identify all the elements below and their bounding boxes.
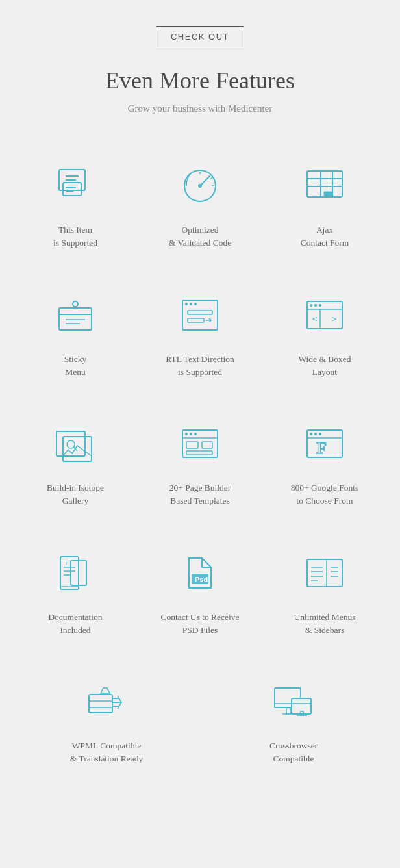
svg-rect-17 — [59, 308, 92, 330]
features-row-4: i DocumentationIncluded Psd Contact Us t… — [13, 528, 387, 650]
crossbrowser-label: CrossbrowserCompatible — [269, 739, 318, 766]
optimized-label: Optimized& Validated Code — [169, 223, 231, 250]
svg-text:i: i — [66, 559, 68, 566]
svg-text:>: > — [332, 314, 336, 324]
svg-text:Psd: Psd — [195, 576, 208, 583]
menus-label: Unlimited Menus& Sidebars — [294, 611, 356, 637]
sticky-icon — [49, 289, 101, 341]
docs-icon: i — [49, 547, 101, 599]
svg-point-32 — [314, 304, 317, 307]
wpml-icon — [81, 676, 132, 728]
feature-supported: This Itemis Supported — [13, 140, 138, 263]
docs-label: DocumentationIncluded — [48, 611, 102, 637]
feature-crossbrowser: CrossbrowserCompatible — [200, 656, 387, 779]
svg-point-24 — [185, 303, 188, 305]
svg-point-45 — [194, 433, 197, 435]
wpml-label: WPML Compatible& Translation Ready — [70, 739, 144, 766]
feature-optimized: Optimized& Validated Code — [138, 140, 262, 263]
svg-rect-56 — [60, 557, 79, 589]
svg-rect-16 — [324, 192, 332, 196]
ajax-form-label: AjaxContact Form — [301, 223, 349, 250]
svg-text:<: < — [312, 314, 317, 324]
layout-icon: < > — [299, 289, 351, 341]
layout-label: Wide & BoxedLayout — [298, 353, 351, 379]
svg-rect-47 — [186, 442, 198, 448]
supported-label: This Itemis Supported — [53, 223, 97, 250]
fonts-icon: F — [299, 418, 351, 470]
support-icon — [49, 160, 101, 212]
features-row-2: StickyMenu RTL Text Directionis Supporte… — [13, 270, 387, 392]
page-builder-label: 20+ Page BuilderBased Templates — [169, 481, 231, 508]
rtl-label: RTL Text Directionis Supported — [166, 353, 234, 379]
svg-point-51 — [310, 433, 312, 435]
features-row-1: This Itemis Supported Optimized& Validat… — [13, 140, 387, 263]
features-row-5: WPML Compatible& Translation Ready Cross… — [13, 656, 387, 779]
svg-rect-74 — [89, 695, 112, 713]
svg-rect-39 — [63, 437, 92, 461]
gallery-icon — [49, 418, 101, 470]
sticky-menu-label: StickyMenu — [64, 353, 87, 379]
feature-psd: Psd Contact Us to ReceivePSD Files — [138, 528, 262, 650]
feature-rtl: RTL Text Directionis Supported — [138, 270, 262, 392]
svg-point-21 — [73, 301, 78, 307]
svg-rect-27 — [188, 311, 212, 314]
svg-rect-28 — [188, 318, 204, 322]
features-row-3: Build-in IsotopeGallery 20+ Page Builder… — [13, 398, 387, 521]
crossbrowser-icon — [268, 676, 319, 728]
fonts-label: 800+ Google Fontsto Choose From — [291, 481, 358, 508]
svg-point-43 — [185, 433, 188, 435]
feature-wpml: WPML Compatible& Translation Ready — [13, 656, 200, 779]
svg-text:F: F — [316, 439, 327, 457]
builder-icon — [174, 418, 226, 470]
feature-menus: Unlimited Menus& Sidebars — [262, 528, 387, 650]
svg-rect-49 — [186, 451, 212, 455]
speed-icon — [174, 160, 226, 212]
feature-page-builder: 20+ Page BuilderBased Templates — [138, 398, 262, 521]
svg-rect-23 — [182, 300, 218, 330]
svg-line-9 — [210, 177, 212, 179]
feature-layout: < > Wide & BoxedLayout — [262, 270, 387, 392]
svg-point-52 — [314, 433, 317, 435]
svg-rect-1 — [63, 183, 81, 196]
svg-point-31 — [310, 304, 312, 307]
checkout-button[interactable]: CHECK OUT — [156, 26, 244, 47]
psd-label: Contact Us to ReceivePSD Files — [160, 611, 239, 637]
feature-docs: i DocumentationIncluded — [13, 528, 138, 650]
feature-fonts: F 800+ Google Fontsto Choose From — [262, 398, 387, 521]
feature-sticky-menu: StickyMenu — [13, 270, 138, 392]
svg-point-44 — [190, 433, 192, 435]
svg-rect-48 — [202, 442, 212, 448]
feature-ajax-form: AjaxContact Form — [262, 140, 387, 263]
svg-rect-83 — [286, 708, 290, 714]
page-wrapper: CHECK OUT Even More Features Grow your b… — [0, 0, 400, 818]
gallery-label: Build-in IsotopeGallery — [47, 481, 104, 508]
svg-point-53 — [319, 433, 321, 435]
subtitle: Grow your business with Medicenter — [13, 103, 387, 114]
svg-point-7 — [198, 184, 202, 188]
main-title: Even More Features — [13, 67, 387, 94]
table-icon — [299, 160, 351, 212]
svg-point-25 — [190, 303, 192, 305]
psd-icon: Psd — [174, 547, 226, 599]
svg-point-26 — [194, 303, 197, 305]
rtl-icon — [174, 289, 226, 341]
feature-gallery: Build-in IsotopeGallery — [13, 398, 138, 521]
menus-icon — [299, 547, 351, 599]
svg-rect-65 — [307, 559, 342, 587]
svg-point-33 — [319, 304, 321, 307]
